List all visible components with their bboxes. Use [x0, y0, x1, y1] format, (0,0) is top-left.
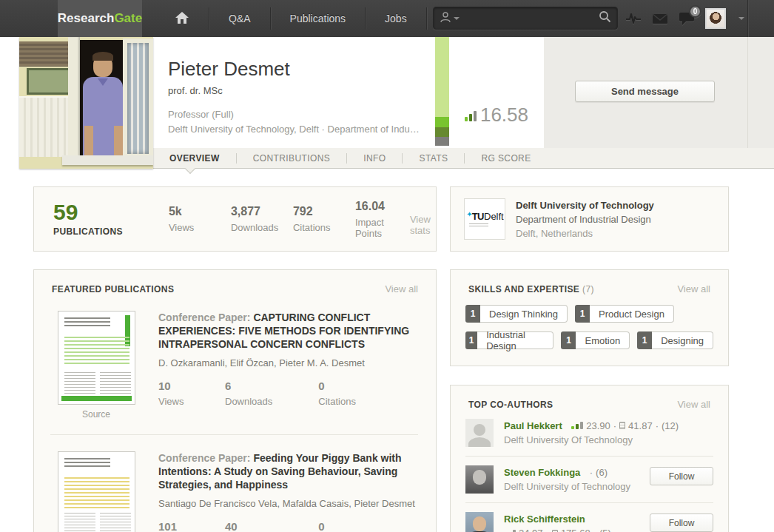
coauthor-name[interactable]: Rick Schifferstein — [504, 514, 585, 525]
publication-downloads-stat: 40 Downloads — [225, 520, 272, 532]
coauthors-view-all-link[interactable]: View all — [677, 399, 710, 410]
skills-title: SKILLS AND EXPERTISE — [468, 284, 579, 294]
publications-label: PUBLICATIONS — [53, 226, 123, 237]
featured-view-all-link[interactable]: View all — [385, 283, 418, 294]
coauthor-name[interactable]: Steven Fokkinga — [504, 467, 580, 478]
photo-window-sill — [62, 155, 153, 165]
tab-info[interactable]: INFO — [347, 148, 402, 168]
gauge-segment-light — [435, 37, 449, 117]
publication-citations-value: 0 — [318, 380, 360, 392]
follow-button[interactable]: Follow — [650, 514, 713, 532]
publication-downloads-value: 6 — [225, 380, 272, 392]
search-input[interactable] — [464, 13, 599, 24]
tab-overview-label: OVERVIEW — [169, 153, 220, 164]
stat-separator: · — [656, 420, 659, 431]
impact-points-stat: 16.04 Impact Points — [355, 200, 397, 239]
nav-item-jobs[interactable]: Jobs — [366, 0, 426, 37]
rg-score-panel[interactable]: 16.58 — [449, 37, 544, 146]
search-icon[interactable] — [599, 10, 611, 26]
publications-count: 59 — [53, 201, 123, 223]
search-bar[interactable] — [433, 7, 618, 30]
tab-rg-score[interactable]: RG SCORE — [465, 148, 547, 168]
profile-degrees: prof. dr. MSc — [168, 85, 434, 96]
publication-thumbnail[interactable] — [58, 451, 135, 532]
coauthor-publication-count: (6) — [596, 467, 608, 478]
thumbnail-column-lines — [100, 513, 131, 532]
skills-view-all-link[interactable]: View all — [677, 283, 710, 294]
profile-photo[interactable] — [19, 37, 153, 169]
rg-score-bars-icon — [504, 530, 516, 532]
stat-separator: · — [590, 467, 593, 478]
person-filter-icon[interactable] — [440, 11, 451, 26]
follow-button[interactable]: Follow — [650, 467, 713, 485]
featured-publications-title: FEATURED PUBLICATIONS — [52, 284, 174, 294]
rg-score-gauge — [435, 37, 449, 146]
institution-name[interactable]: Delft University of Technology — [516, 200, 654, 211]
rg-score-value: 16.58 — [480, 104, 528, 127]
skill-badge-design-thinking[interactable]: 1 Design Thinking — [465, 305, 568, 323]
tab-info-label: INFO — [363, 153, 386, 164]
tu-delft-logo[interactable]: ✦TUDelft — [464, 198, 505, 240]
skill-badge-industrial-design[interactable]: 1 Industrial Design — [465, 331, 553, 349]
skill-badge-emotion[interactable]: 1 Emotion — [561, 331, 630, 349]
coauthor-avatar[interactable] — [465, 465, 494, 494]
photo-person-hair — [92, 52, 113, 61]
tab-contributions[interactable]: CONTRIBUTIONS — [237, 148, 347, 168]
impact-points-icon — [552, 530, 558, 532]
send-message-button[interactable]: Send message — [575, 81, 715, 102]
search-scope-caret-icon[interactable] — [454, 17, 460, 20]
nav-divider — [426, 7, 427, 30]
profile-affiliation[interactable]: Delft University of Technology, Delft · … — [168, 124, 434, 135]
skill-badge-product-design[interactable]: 1 Product Design — [575, 305, 674, 323]
publication-type: Conference Paper: — [158, 312, 250, 323]
views-label: Views — [169, 222, 210, 233]
photo-window-sash — [123, 38, 153, 158]
account-menu-caret-icon[interactable] — [738, 17, 744, 20]
messages-envelope-icon[interactable] — [652, 10, 668, 27]
header-divider — [747, 37, 748, 148]
publication-thumbnail[interactable] — [58, 311, 135, 405]
publication-authors[interactable]: Santiago De Francisco Vela, Mafalda Casa… — [158, 498, 418, 509]
publication-views-value: 101 — [158, 520, 200, 532]
coauthor-avatar[interactable] — [465, 419, 494, 447]
thumbnail-text-lines — [64, 317, 110, 328]
skill-endorsement-count: 1 — [561, 331, 576, 349]
notifications-chat-icon[interactable]: 0 — [679, 10, 695, 27]
gauge-segment-bright — [435, 117, 449, 127]
tab-rg-score-label: RG SCORE — [481, 153, 531, 164]
photo-window-frame — [68, 37, 80, 158]
impact-points-icon — [619, 422, 625, 429]
featured-publications-card: FEATURED PUBLICATIONS View all Source Co… — [33, 269, 437, 532]
tab-stats[interactable]: STATS — [403, 148, 464, 168]
nav-home-button[interactable] — [155, 0, 209, 37]
source-link[interactable]: Source — [82, 409, 110, 420]
thumbnail-highlight-lines — [64, 477, 129, 510]
publication-citations-stat: 0 Citations — [318, 380, 360, 407]
gauge-segment-gray — [435, 137, 449, 146]
publication-downloads-label: Downloads — [225, 396, 272, 407]
activity-pulse-icon[interactable] — [625, 10, 642, 27]
publication-citations-value: 0 — [318, 520, 360, 532]
tab-contributions-label: CONTRIBUTIONS — [253, 153, 331, 164]
publication-views-stat: 10 Views — [158, 380, 200, 407]
coauthor-avatar[interactable] — [465, 512, 494, 532]
researchgate-profile-page: ResearchGate Q&A Publications Jobs — [0, 0, 774, 532]
nav-item-qa[interactable]: Q&A — [209, 0, 270, 37]
main-navigation: Q&A Publications Jobs — [155, 0, 427, 37]
nav-item-publications[interactable]: Publications — [271, 0, 366, 37]
thumbnail-highlight-lines — [64, 337, 129, 366]
thumbnail-column-lines — [64, 513, 95, 532]
stat-separator: · — [613, 420, 616, 431]
skills-card: SKILLS AND EXPERTISE (7) View all 1 Desi… — [450, 269, 729, 366]
user-avatar[interactable] — [705, 8, 726, 29]
top-coauthors-card: TOP CO-AUTHORS View all Paul Hekkert 23.… — [450, 385, 729, 532]
skill-endorsement-count: 1 — [637, 331, 652, 349]
publication-authors[interactable]: D. Ozkaramanli, Elif Özcan, Pieter M. A.… — [158, 357, 418, 368]
skill-label: Emotion — [576, 331, 630, 349]
researchgate-logo[interactable]: ResearchGate — [58, 0, 142, 37]
view-stats-link[interactable]: View stats — [410, 214, 431, 236]
coauthor-name[interactable]: Paul Hekkert — [504, 420, 562, 431]
skill-badge-designing[interactable]: 1 Designing — [637, 331, 713, 349]
tab-overview[interactable]: OVERVIEW — [153, 148, 236, 168]
stats-summary-card: 59 PUBLICATIONS 5k Views 3,877 Downloads… — [33, 186, 437, 252]
